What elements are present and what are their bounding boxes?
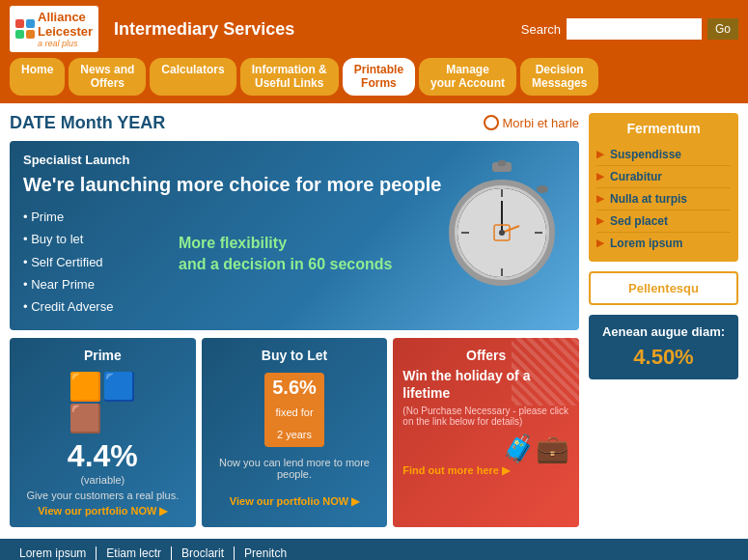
search-input[interactable] <box>567 18 702 40</box>
svg-point-2 <box>537 185 548 193</box>
bullet-adverse: Credit Adverse <box>23 295 566 318</box>
buytol-rate: 5.6% <box>272 377 317 398</box>
logo-area: AllianceLeicester a real plus Intermedia… <box>10 6 294 52</box>
sidebar-title: Fermentum <box>596 121 731 136</box>
morbi-text: Morbi et harle <box>503 116 579 130</box>
prime-rate: 4.4% <box>68 438 138 474</box>
nav-decision[interactable]: DecisionMessages <box>520 58 598 96</box>
card-prime: Prime 🟧🟦🟫 4.4% (variable) Give your cust… <box>10 338 196 527</box>
arrow-icon-2: ▶ <box>596 193 604 204</box>
footer-link-0[interactable]: Lorem ipsum <box>10 546 96 560</box>
right-col: Fermentum ▶ Suspendisse ▶ Curabitur ▶ Nu… <box>589 113 738 535</box>
prime-link[interactable]: View our portfolio NOW ▶ <box>38 505 167 518</box>
sidebar-label-0: Suspendisse <box>610 148 681 161</box>
nav-home[interactable]: Home <box>10 58 65 96</box>
prime-boxes-icon: 🟧🟦🟫 <box>69 371 136 434</box>
cards-row: Prime 🟧🟦🟫 4.4% (variable) Give your cust… <box>10 338 579 527</box>
nav-account[interactable]: Manageyour Account <box>419 58 516 96</box>
left-col: DATE Month YEAR Morbi et harle Specialis… <box>10 113 579 535</box>
specialist-banner: Specialist Launch We're launching more c… <box>10 141 579 330</box>
offers-link[interactable]: Find out more here ▶ <box>402 464 569 477</box>
sidebar-item-3[interactable]: ▶ Sed placet <box>596 210 731 233</box>
morbi-link[interactable]: Morbi et harle <box>484 115 579 130</box>
sidebar-link[interactable]: Pellentesqu <box>628 281 699 295</box>
sidebar-item-1[interactable]: ▶ Curabitur <box>596 166 731 188</box>
prime-rate-label: (variable) <box>80 474 125 486</box>
buytol-rate-badge: 5.6% fixed for2 years <box>264 373 324 447</box>
date-text: DATE Month YEAR <box>10 113 165 133</box>
arrow-icon-0: ▶ <box>596 149 604 159</box>
arrow-icon-4: ▶ <box>596 238 604 248</box>
sidebar-item-2[interactable]: ▶ Nulla at turpis <box>596 188 731 210</box>
svg-point-12 <box>499 230 505 236</box>
logo-title: AllianceLeicester <box>38 10 93 39</box>
clock-icon <box>484 115 499 130</box>
sidebar-item-4[interactable]: ▶ Lorem ipsum <box>596 233 731 254</box>
buytol-link[interactable]: View our portfolio NOW ▶ <box>211 495 378 508</box>
go-button[interactable]: Go <box>707 18 738 40</box>
sidebar-label-4: Lorem ipsum <box>610 237 682 250</box>
sidebar-label-3: Sed placet <box>610 214 668 228</box>
search-area: Search Go <box>521 18 738 40</box>
logo-box: AllianceLeicester a real plus <box>10 6 98 52</box>
arrow-icon-1: ▶ <box>596 171 604 182</box>
nav-forms[interactable]: PrintableForms <box>343 58 415 96</box>
footer-link-3[interactable]: Prenitch <box>234 546 296 560</box>
sidebar-rate-num: 4.50% <box>598 345 729 370</box>
arrow-icon-3: ▶ <box>596 215 604 226</box>
offers-sub: (No Purchase Necessary - please click on… <box>402 406 569 427</box>
footer-link-2[interactable]: Broclarit <box>171 546 234 560</box>
logo-realplus: a real plus <box>38 39 93 48</box>
sidebar-rate-title: Aenean augue diam: <box>598 324 729 339</box>
svg-rect-1 <box>498 160 506 166</box>
search-label: Search <box>521 22 561 37</box>
intermediary-title: Intermediary Services <box>114 19 294 40</box>
stopwatch <box>444 160 560 286</box>
sidebar-label-2: Nulla at turpis <box>610 192 687 206</box>
nav-bar: Home News andOffers Calculators Informat… <box>0 58 748 103</box>
nav-calculators[interactable]: Calculators <box>150 58 235 96</box>
sidebar-label-1: Curabitur <box>610 170 662 183</box>
luggage-icon: 🧳💼 <box>402 433 569 464</box>
date-bar: DATE Month YEAR Morbi et harle <box>10 113 579 133</box>
nav-info[interactable]: Information &Useful Links <box>240 58 339 96</box>
sidebar-box: Fermentum ▶ Suspendisse ▶ Curabitur ▶ Nu… <box>589 113 738 262</box>
buytol-rate-suffix: fixed for2 years <box>275 406 313 440</box>
sidebar-rate-box: Aenean augue diam: 4.50% <box>589 315 738 379</box>
prime-title: Prime <box>84 348 122 363</box>
main-wrapper: DATE Month YEAR Morbi et harle Specialis… <box>0 103 748 535</box>
sidebar-item-0[interactable]: ▶ Suspendisse <box>596 144 731 166</box>
header: AllianceLeicester a real plus Intermedia… <box>0 0 748 58</box>
card-buytol: Buy to Let 5.6% fixed for2 years Now you… <box>202 338 388 527</box>
diagonal-stripe <box>512 338 579 406</box>
sidebar-link-box: Pellentesqu <box>589 271 738 305</box>
footer-nav: Lorem ipsum Etiam lectr Broclarit Prenit… <box>0 539 748 560</box>
prime-desc: Give your customers a real plus. <box>26 490 179 501</box>
card-offers: Offers Win the holiday of a lifetime (No… <box>393 338 579 527</box>
buytol-title: Buy to Let <box>211 348 378 363</box>
footer-link-1[interactable]: Etiam lectr <box>96 546 171 560</box>
flexibility-text: More flexibilityand a decision in 60 sec… <box>179 233 392 276</box>
buytol-desc: Now you can lend more to more people. <box>211 457 378 480</box>
nav-news[interactable]: News andOffers <box>69 58 146 96</box>
